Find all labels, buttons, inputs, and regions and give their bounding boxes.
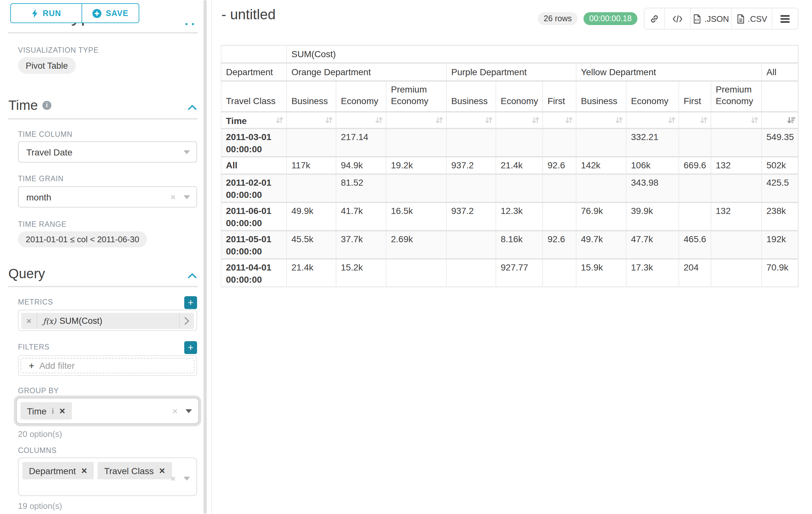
sort-descending-icon[interactable] (787, 116, 795, 125)
pivot-value-cell (543, 129, 576, 157)
pivot-value-cell (496, 129, 543, 157)
pivot-col-header: Business (287, 81, 336, 112)
pivot-sorter-cell (336, 112, 386, 129)
time-grain-select[interactable]: month × (18, 186, 197, 208)
chart-title[interactable]: - untitled (222, 6, 276, 23)
pivot-value-cell: 343.98 (626, 174, 679, 203)
sort-icon[interactable] (325, 116, 333, 125)
chart-type-collapse-caret-tip[interactable] (185, 23, 187, 25)
pivot-value-cell: 76.9k (576, 203, 626, 231)
pivot-value-cell: 12.3k (496, 203, 543, 231)
run-button-label: RUN (43, 9, 61, 18)
clear-icon[interactable]: × (170, 192, 176, 202)
pivot-sorter-cell (679, 112, 711, 129)
add-filter-button[interactable]: + Add filter (21, 358, 195, 373)
sort-icon[interactable] (615, 116, 623, 125)
pivot-sorter-cell (762, 112, 798, 129)
columns-tag[interactable]: Travel Class ✕ (97, 462, 172, 479)
pivot-value-cell (446, 129, 496, 157)
pivot-col-header: Economy (626, 81, 679, 112)
pivot-col-header: First (543, 81, 576, 112)
pivot-group-header: Purple Department (446, 63, 576, 81)
code-icon (672, 15, 683, 23)
pivot-group-header: All (762, 63, 798, 81)
sort-icon[interactable] (375, 116, 383, 125)
time-range-pill[interactable]: 2011-01-01 ≤ col < 2011-06-30 (18, 231, 147, 247)
pivot-col-header: Economy (336, 81, 386, 112)
info-icon[interactable] (42, 101, 51, 110)
hamburger-icon (780, 15, 790, 23)
copy-link-button[interactable] (644, 8, 664, 29)
sort-icon[interactable] (750, 116, 759, 125)
sort-icon[interactable] (276, 116, 284, 125)
columns-select[interactable]: Department ✕ Travel Class ✕ × (18, 457, 197, 496)
chart-type-collapse-caret-tip[interactable] (192, 23, 194, 25)
pivot-row-label: 2011-04-01 00:00:00 (221, 259, 287, 287)
remove-tag-icon[interactable]: ✕ (81, 466, 87, 475)
run-button[interactable]: RUN (10, 3, 82, 23)
save-button-label: SAVE (106, 9, 128, 18)
chevron-up-icon[interactable] (187, 102, 197, 113)
pivot-value-cell (386, 259, 446, 287)
clear-icon[interactable]: × (170, 474, 176, 483)
sort-icon[interactable] (700, 116, 708, 125)
pivot-value-cell: 49.7k (576, 231, 626, 259)
sort-icon[interactable] (668, 116, 676, 125)
pivot-sorter-cell (386, 112, 446, 129)
pivot-value-cell (287, 174, 336, 203)
pivot-value-cell: 132 (711, 203, 762, 231)
pivot-value-cell: 39.9k (626, 203, 679, 231)
menu-button[interactable] (772, 8, 798, 29)
viz-type-value: Pivot Table (26, 61, 68, 70)
add-metric-button[interactable]: + (184, 296, 197, 309)
remove-tag-icon[interactable]: ✕ (59, 406, 65, 415)
pivot-value-cell: 425.5 (762, 174, 798, 203)
view-query-button[interactable] (664, 8, 690, 29)
export-csv-button[interactable]: .CSV (731, 8, 772, 29)
sort-icon[interactable] (435, 116, 443, 125)
tag-label: Travel Class (104, 465, 154, 476)
clear-icon[interactable]: × (172, 406, 178, 416)
sidebar-scrollbar[interactable] (203, 0, 207, 514)
pivot-sorter-cell (287, 112, 336, 129)
remove-metric-icon[interactable]: × (21, 313, 37, 329)
query-section-title: Query (8, 266, 45, 281)
chevron-down-icon (183, 150, 190, 154)
pivot-value-cell: 669.6 (679, 157, 711, 174)
viz-type-pill[interactable]: Pivot Table (18, 57, 76, 74)
pivot-value-cell: 132 (711, 157, 762, 174)
group-by-tag[interactable]: Time ✕ (21, 402, 72, 420)
remove-tag-icon[interactable]: ✕ (159, 466, 165, 475)
row-count-badge: 26 rows (538, 12, 578, 25)
time-range-value: 2011-01-01 ≤ col < 2011-06-30 (26, 235, 139, 244)
query-section-heading[interactable]: Query (8, 266, 45, 281)
columns-tag[interactable]: Department ✕ (23, 462, 94, 479)
pivot-time-axis-label: Time (221, 112, 287, 129)
pivot-value-cell (446, 174, 496, 203)
pivot-value-cell (287, 129, 336, 157)
pivot-sorter-cell (446, 112, 496, 129)
query-toolbar: RUN SAVE (10, 3, 139, 23)
section-divider (8, 286, 198, 287)
sort-icon[interactable] (531, 116, 540, 125)
pivot-sorter-cell (711, 112, 762, 129)
sort-icon[interactable] (485, 116, 493, 125)
chevron-up-icon[interactable] (187, 270, 197, 281)
sort-icon[interactable] (565, 116, 573, 125)
pivot-value-cell: 8.16k (496, 231, 543, 259)
info-icon[interactable] (52, 406, 54, 415)
time-range-label: TIME RANGE (18, 220, 66, 228)
export-json-button[interactable]: .JSON (690, 8, 731, 29)
time-section-heading[interactable]: Time (8, 98, 51, 113)
time-column-select[interactable]: Travel Date (18, 141, 197, 163)
save-button[interactable]: SAVE (82, 3, 139, 23)
pivot-value-cell: 19.2k (386, 157, 446, 174)
function-icon: ƒ(x) (43, 317, 56, 325)
add-filter-plus-button[interactable]: + (184, 341, 197, 354)
chevron-right-icon[interactable] (179, 313, 194, 329)
metric-pill[interactable]: × ƒ(x) SUM(Cost) (21, 313, 194, 329)
group-by-select[interactable]: Time ✕ × (16, 398, 199, 424)
lightning-bolt-icon (31, 9, 38, 18)
pivot-value-cell: 16.5k (386, 203, 446, 231)
filters-container: + Add filter (18, 355, 197, 376)
